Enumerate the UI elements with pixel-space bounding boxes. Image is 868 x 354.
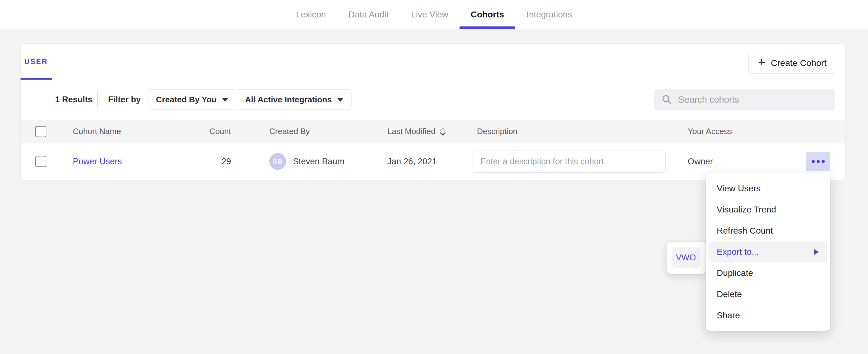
plus-icon: +: [758, 55, 765, 69]
menu-item-export-label: Export to...: [717, 247, 759, 257]
filter-by-label: Filter by: [108, 79, 141, 120]
description-input[interactable]: [473, 151, 665, 173]
search-icon: [661, 94, 672, 105]
nav-tab-label: Live View: [411, 10, 448, 20]
cohorts-panel: USER + Create Cohort 1 Results Filter by…: [20, 43, 845, 180]
results-count: 1 Results: [55, 79, 92, 120]
nav-tab-label: Data Audit: [348, 10, 389, 20]
menu-item-duplicate[interactable]: Duplicate: [706, 262, 830, 284]
menu-item-view-users[interactable]: View Users: [706, 178, 830, 199]
sort-icon: [439, 127, 446, 136]
access-value: Owner: [688, 157, 713, 166]
header-last-modified-label: Last Modified: [387, 127, 436, 136]
created-by-dropdown-label: Created By You: [156, 95, 217, 104]
header-count: Count: [182, 120, 231, 143]
nav-tab-label: Cohorts: [471, 10, 504, 20]
nav-tab-live-view[interactable]: Live View: [400, 0, 459, 29]
header-cohort-name: Cohort Name: [73, 120, 121, 143]
last-modified-date: Jan 26, 2021: [387, 157, 437, 166]
created-by-dropdown[interactable]: Created By You: [148, 89, 236, 110]
tab-user[interactable]: USER: [21, 44, 52, 79]
submenu-arrow-icon: [814, 249, 819, 255]
nav-tab-label: Integrations: [526, 10, 572, 20]
chevron-down-icon: [338, 98, 343, 102]
top-navigation: Lexicon Data Audit Live View Cohorts Int…: [0, 0, 868, 29]
menu-item-export-to[interactable]: Export to...: [709, 242, 827, 262]
created-by-name: Steven Baum: [293, 157, 344, 166]
avatar: SB: [269, 153, 286, 170]
row-context-menu: View Users Visualize Trend Refresh Count…: [706, 173, 830, 331]
menu-item-share[interactable]: Share: [706, 305, 830, 326]
nav-tab-lexicon[interactable]: Lexicon: [285, 0, 338, 29]
integrations-dropdown-label: All Active Integrations: [245, 95, 332, 104]
create-cohort-button[interactable]: + Create Cohort: [748, 52, 836, 74]
header-last-modified[interactable]: Last Modified: [387, 120, 446, 143]
tab-user-underline: [21, 78, 52, 79]
menu-item-visualize-trend[interactable]: Visualize Trend: [706, 199, 830, 220]
menu-item-delete[interactable]: Delete: [706, 284, 830, 305]
select-all-checkbox[interactable]: [35, 126, 46, 137]
more-options-icon: [817, 160, 820, 163]
nav-tab-integrations[interactable]: Integrations: [515, 0, 583, 29]
more-options-icon: [812, 160, 815, 163]
export-submenu: VWO: [666, 242, 706, 274]
tab-user-label: USER: [24, 58, 48, 66]
search-cohorts-box: [654, 89, 835, 110]
row-checkbox[interactable]: [35, 156, 46, 167]
integrations-dropdown[interactable]: All Active Integrations: [237, 89, 351, 110]
header-your-access: Your Access: [688, 120, 732, 143]
create-cohort-label: Create Cohort: [771, 58, 827, 68]
nav-tab-data-audit[interactable]: Data Audit: [337, 0, 400, 29]
active-tab-underline: [460, 27, 515, 29]
panel-tabs-row: USER + Create Cohort: [21, 44, 845, 79]
chevron-down-icon: [222, 98, 228, 102]
header-created-by: Created By: [269, 120, 310, 143]
table-header-row: Cohort Name Count Created By Last Modifi…: [21, 120, 845, 143]
export-option-vwo[interactable]: VWO: [672, 247, 700, 268]
filter-divider: [97, 92, 98, 107]
cohort-name-link[interactable]: Power Users: [73, 157, 122, 166]
cohort-count: 29: [221, 157, 231, 166]
search-input[interactable]: [678, 94, 827, 105]
menu-item-refresh-count[interactable]: Refresh Count: [706, 220, 830, 242]
more-options-icon: [822, 160, 825, 163]
nav-tab-cohorts[interactable]: Cohorts: [460, 0, 515, 29]
more-options-button[interactable]: [806, 152, 830, 171]
nav-tab-label: Lexicon: [296, 10, 326, 20]
header-description: Description: [477, 120, 518, 143]
